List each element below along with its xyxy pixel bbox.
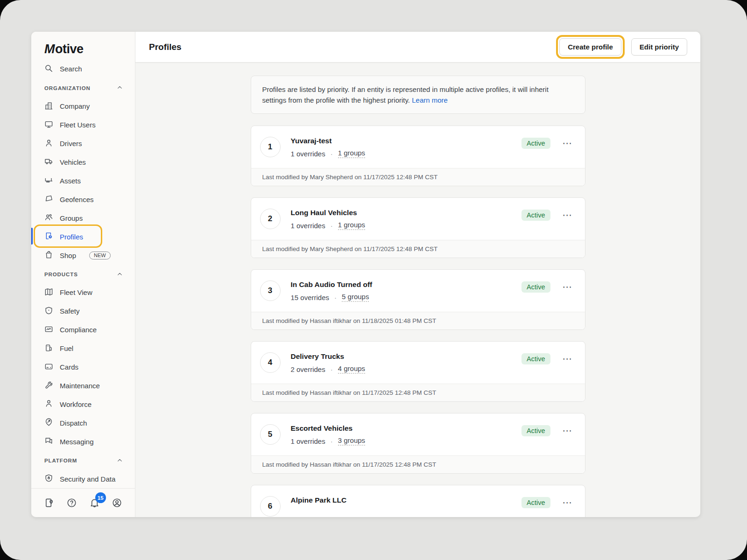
sidebar-item-drivers[interactable]: Drivers bbox=[31, 134, 135, 153]
overflow-menu-icon[interactable]: ⋯ bbox=[562, 355, 574, 363]
help-icon[interactable] bbox=[66, 497, 77, 508]
account-icon[interactable] bbox=[112, 497, 122, 508]
profile-last-modified: Last modified by Mary Shepherd on 11/17/… bbox=[251, 168, 585, 186]
groups-count-link[interactable]: 3 groups bbox=[338, 436, 365, 446]
sidebar-item-company[interactable]: Company bbox=[31, 97, 135, 116]
main-area: Profiles Create profile Edit priority Pr… bbox=[135, 32, 700, 517]
sidebar-item-groups[interactable]: Groups bbox=[31, 209, 135, 227]
overflow-menu-icon[interactable]: ⋯ bbox=[562, 211, 574, 219]
sidebar-search-label: Search bbox=[60, 65, 82, 73]
profile-info: Alpine Park LLC bbox=[291, 496, 522, 508]
profile-info: Escorted Vehicles 1 overrides · 3 groups bbox=[291, 424, 522, 446]
edit-priority-button[interactable]: Edit priority bbox=[631, 38, 687, 56]
profile-card: 4 Delivery Trucks 2 overrides · 4 groups… bbox=[251, 341, 585, 402]
profile-card-body: 6 Alpine Park LLC Active ⋯ bbox=[251, 485, 585, 517]
sidebar-item-maintenance[interactable]: Maintenance bbox=[31, 377, 135, 395]
page-content: Profiles are listed by priority. If an e… bbox=[135, 63, 700, 517]
group-icon bbox=[44, 213, 53, 223]
profile-info: Long Haul Vehicles 1 overrides · 1 group… bbox=[291, 208, 522, 230]
sidebar-item-assets[interactable]: Assets bbox=[31, 171, 135, 190]
sidebar-item-dispatch-label: Dispatch bbox=[60, 419, 87, 427]
meta-separator: · bbox=[331, 222, 333, 230]
sidebar-item-fleet-users-label: Fleet Users bbox=[60, 121, 96, 129]
sidebar-item-workforce[interactable]: Workforce bbox=[31, 395, 135, 414]
dispatch-pin-icon bbox=[44, 418, 53, 428]
profile-name: Alpine Park LLC bbox=[291, 496, 522, 504]
groups-count-link[interactable]: 4 groups bbox=[338, 364, 365, 374]
notifications-bell-icon[interactable]: 15 bbox=[89, 497, 100, 508]
sidebar-item-profiles[interactable]: Profiles bbox=[31, 227, 135, 246]
sidebar-item-compliance[interactable]: Compliance bbox=[31, 321, 135, 339]
sidebar-item-fleet-view-label: Fleet View bbox=[60, 288, 92, 296]
sidebar-item-geofences[interactable]: Geofences bbox=[31, 190, 135, 209]
sidebar-item-cards[interactable]: Cards bbox=[31, 358, 135, 377]
learn-more-link[interactable]: Learn more bbox=[412, 96, 448, 104]
groups-count-link[interactable]: 1 groups bbox=[338, 221, 365, 230]
profile-last-modified: Last modified by Hassan iftikhar on 11/1… bbox=[251, 455, 585, 473]
overrides-count: 1 overrides bbox=[291, 150, 325, 158]
profile-card: 2 Long Haul Vehicles 1 overrides · 1 gro… bbox=[251, 197, 585, 258]
sidebar-item-messaging[interactable]: Messaging bbox=[31, 432, 135, 451]
shield-lock-icon bbox=[44, 474, 53, 484]
sidebar-item-shop-label: Shop bbox=[60, 252, 76, 259]
profile-card-body: 2 Long Haul Vehicles 1 overrides · 1 gro… bbox=[251, 198, 585, 240]
credit-card-icon bbox=[44, 362, 53, 372]
monitor-icon bbox=[44, 120, 53, 130]
profile-info: Yuvaraj-test 1 overrides · 1 groups bbox=[291, 136, 522, 158]
profile-name: Long Haul Vehicles bbox=[291, 209, 522, 217]
section-header-products[interactable]: PRODUCTS bbox=[31, 266, 135, 283]
overflow-menu-icon[interactable]: ⋯ bbox=[562, 283, 574, 291]
profile-last-modified: Last modified by Hassan iftikhar on 11/1… bbox=[251, 384, 585, 401]
profile-card-right: Active ⋯ bbox=[521, 138, 574, 149]
status-badge: Active bbox=[521, 425, 550, 436]
status-badge: Active bbox=[521, 281, 550, 293]
overflow-menu-icon[interactable]: ⋯ bbox=[562, 427, 574, 435]
sidebar-item-security-and-data[interactable]: Security and Data bbox=[31, 469, 135, 488]
section-header-organization[interactable]: ORGANIZATION bbox=[31, 79, 135, 97]
profile-info: Delivery Trucks 2 overrides · 4 groups bbox=[291, 352, 522, 374]
shopping-bag-icon bbox=[44, 250, 53, 260]
overflow-menu-icon[interactable]: ⋯ bbox=[562, 498, 574, 507]
profile-meta: 1 overrides · 1 groups bbox=[291, 221, 522, 230]
sidebar-item-fleet-view[interactable]: Fleet View bbox=[31, 283, 135, 302]
overflow-menu-icon[interactable]: ⋯ bbox=[562, 139, 574, 147]
geofence-icon bbox=[44, 194, 53, 204]
sidebar-item-safety[interactable]: Safety bbox=[31, 302, 135, 321]
sidebar-item-geofences-label: Geofences bbox=[60, 196, 94, 203]
overrides-count: 15 overrides bbox=[291, 294, 330, 301]
sidebar-search[interactable]: Search bbox=[31, 60, 135, 78]
sidebar-item-compliance-label: Compliance bbox=[60, 326, 97, 334]
sidebar-item-shop[interactable]: Shop NEW bbox=[31, 246, 135, 265]
chevron-up-icon[interactable] bbox=[117, 271, 123, 278]
sidebar-item-fuel[interactable]: Fuel bbox=[31, 339, 135, 358]
profile-card: 6 Alpine Park LLC Active ⋯ bbox=[251, 485, 585, 517]
notification-count-badge: 15 bbox=[95, 492, 106, 503]
chevron-up-icon[interactable] bbox=[117, 84, 123, 91]
groups-count-link[interactable]: 5 groups bbox=[342, 293, 369, 302]
sidebar: Motive Search ORGANIZATION Company Fleet… bbox=[31, 32, 135, 517]
priority-number: 1 bbox=[260, 137, 281, 157]
overrides-count: 1 overrides bbox=[291, 437, 325, 445]
profile-meta: 1 overrides · 3 groups bbox=[291, 436, 522, 446]
sidebar-item-dispatch[interactable]: Dispatch bbox=[31, 413, 135, 432]
company-icon bbox=[44, 101, 53, 112]
profile-meta: 15 overrides · 5 groups bbox=[291, 293, 522, 302]
profile-card-body: 3 In Cab Audio Turned off 15 overrides ·… bbox=[251, 270, 585, 312]
trailer-icon bbox=[44, 175, 53, 186]
meta-separator: · bbox=[331, 150, 333, 158]
directory-map-icon[interactable] bbox=[44, 497, 55, 508]
section-header-platform[interactable]: PLATFORM bbox=[31, 452, 135, 469]
status-badge: Active bbox=[521, 497, 550, 508]
section-label-organization: ORGANIZATION bbox=[44, 85, 91, 91]
sidebar-item-assets-label: Assets bbox=[60, 177, 81, 185]
profile-name: Delivery Trucks bbox=[291, 352, 522, 361]
page-title: Profiles bbox=[149, 42, 182, 52]
create-profile-button[interactable]: Create profile bbox=[559, 38, 621, 56]
sidebar-item-vehicles[interactable]: Vehicles bbox=[31, 153, 135, 172]
sidebar-item-safety-label: Safety bbox=[60, 307, 80, 315]
chevron-up-icon[interactable] bbox=[117, 457, 123, 464]
motive-logo: Motive bbox=[31, 39, 135, 60]
sidebar-item-fleet-users[interactable]: Fleet Users bbox=[31, 116, 135, 134]
groups-count-link[interactable]: 1 groups bbox=[338, 149, 365, 158]
profile-info: In Cab Audio Turned off 15 overrides · 5… bbox=[291, 280, 522, 302]
